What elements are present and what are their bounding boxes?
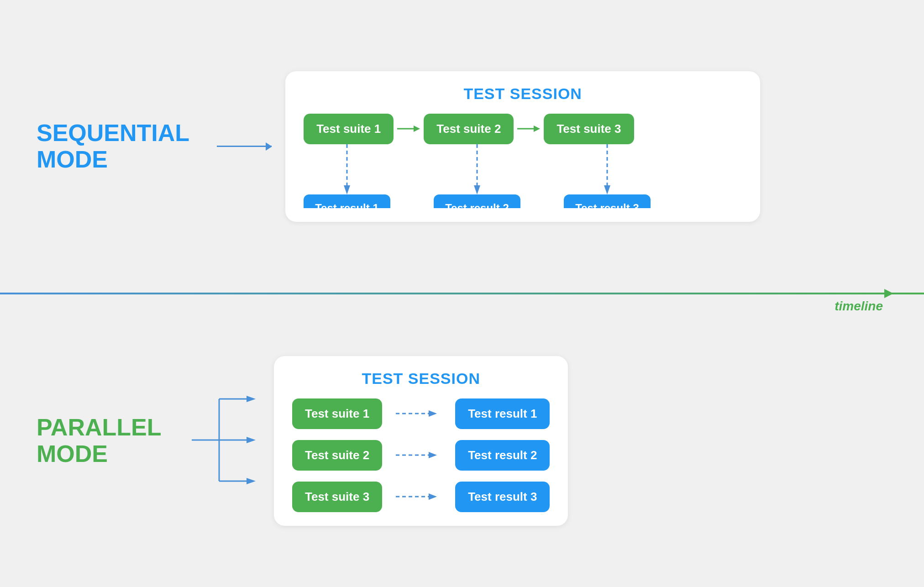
parallel-session-title: TEST SESSION (292, 370, 550, 388)
sequential-section: SEQUENTIAL MODE TEST SESSION Test suite … (0, 0, 924, 293)
par-suite-2: Test suite 2 (292, 440, 382, 471)
sequential-mode-label: SEQUENTIAL MODE (37, 120, 189, 172)
seq-suite-2: Test suite 2 (424, 114, 514, 144)
parallel-line2: MODE (37, 441, 164, 467)
timeline-line (0, 293, 924, 294)
svg-marker-20 (247, 396, 256, 402)
svg-text:Test result 3: Test result 3 (575, 202, 639, 208)
seq-suite-col-2: Test suite 2 (424, 114, 514, 144)
parallel-session-box: TEST SESSION Test suite 1 Test result 1 (274, 356, 568, 526)
par-suite-1: Test suite 1 (292, 398, 382, 429)
sequential-session-title: TEST SESSION (304, 85, 742, 103)
par-suite-3: Test suite 3 (292, 482, 382, 512)
seq-arrow-2-3 (514, 122, 544, 136)
par-dashed-arrow-2 (396, 448, 441, 462)
par-dashed-arrow-1 (396, 407, 441, 420)
seq-suite-col-3: Test suite 3 (544, 114, 634, 144)
parallel-rows: Test suite 1 Test result 1 Test suite 2 (292, 398, 550, 512)
svg-marker-7 (474, 185, 480, 194)
seq-suite-1: Test suite 1 (304, 114, 394, 144)
diagram-container: SEQUENTIAL MODE TEST SESSION Test suite … (0, 0, 924, 587)
par-row-3: Test suite 3 Test result 3 (292, 482, 550, 512)
parallel-mode-label: PARALLEL MODE (37, 414, 164, 466)
sequential-entry-line (217, 146, 272, 147)
svg-marker-28 (429, 452, 437, 458)
timeline-label: timeline (835, 299, 883, 314)
fork-svg (192, 376, 265, 504)
seq-suite-3: Test suite 3 (544, 114, 634, 144)
seq-arrow-1-2 (394, 122, 424, 136)
svg-text:Test result 2: Test result 2 (445, 202, 509, 208)
svg-marker-30 (429, 493, 437, 500)
par-dashed-arrow-3 (396, 490, 441, 503)
par-result-2: Test result 2 (455, 440, 550, 471)
sequential-line1: SEQUENTIAL (37, 120, 189, 146)
par-row-1: Test suite 1 Test result 1 (292, 398, 550, 429)
svg-marker-3 (534, 126, 540, 132)
svg-marker-9 (604, 185, 610, 194)
par-result-1: Test result 1 (455, 398, 550, 429)
parallel-fork-arrow (192, 376, 265, 506)
svg-marker-22 (247, 437, 256, 443)
svg-marker-26 (429, 410, 437, 417)
seq-suites-row: Test suite 1 Test suite 2 (304, 114, 634, 144)
seq-dashed-arrows-svg: Test result 1 Test result 2 Test result … (304, 144, 742, 208)
sequential-line2: MODE (37, 147, 189, 173)
seq-suite-col-1: Test suite 1 (304, 114, 394, 144)
svg-marker-5 (344, 185, 350, 194)
par-row-2: Test suite 2 Test result 2 (292, 440, 550, 471)
svg-marker-24 (247, 478, 256, 484)
svg-marker-1 (414, 126, 420, 132)
svg-text:Test result 1: Test result 1 (315, 202, 379, 208)
sequential-session-box: TEST SESSION Test suite 1 (285, 71, 760, 222)
sequential-entry-arrow (217, 146, 272, 147)
timeline-arrowhead (884, 286, 899, 303)
parallel-line1: PARALLEL (37, 414, 164, 440)
parallel-section: PARALLEL MODE TEST SESSIO (0, 294, 924, 587)
timeline-container: timeline (0, 293, 924, 294)
svg-marker-16 (884, 289, 893, 298)
sequential-content: Test suite 1 Test suite 2 (304, 114, 742, 208)
par-result-3: Test result 3 (455, 482, 550, 512)
